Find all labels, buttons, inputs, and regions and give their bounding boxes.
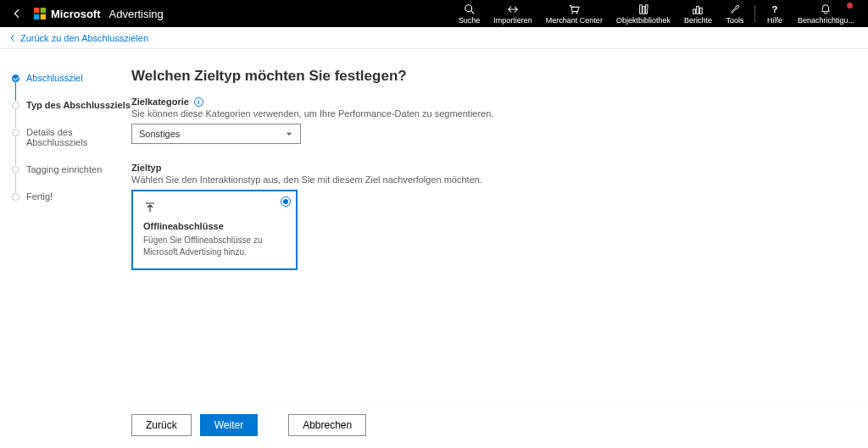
chevron-down-icon — [285, 130, 293, 138]
cart-icon — [568, 3, 580, 15]
zielkategorie-label: Zielkategorie — [131, 97, 189, 107]
svg-point-6 — [572, 12, 574, 14]
chevron-left-icon — [8, 34, 17, 42]
bell-icon — [820, 3, 832, 15]
reports-icon — [692, 3, 704, 15]
help-icon: ? — [769, 3, 781, 15]
brand-microsoft: Microsoft — [51, 8, 101, 20]
topbar: Microsoft Advertising Suche Importieren … — [0, 0, 868, 27]
step-tagging: Tagging einrichten — [12, 164, 131, 191]
topnav-berichte[interactable]: Berichte — [677, 0, 719, 27]
wizard-footer: Zurück Weiter Abbrechen — [131, 405, 868, 448]
step-typ-abschlussziels[interactable]: Typ des Abschlussziels — [12, 100, 131, 127]
divider — [754, 5, 755, 22]
svg-rect-8 — [693, 9, 696, 14]
zielkategorie-section: Zielkategorie i Sie können diese Kategor… — [131, 97, 851, 144]
svg-rect-2 — [34, 14, 39, 19]
zieltyp-card-offlineabschluesse[interactable]: Offlineabschlüsse Fügen Sie Offlineabsch… — [131, 190, 298, 270]
import-icon — [507, 3, 519, 15]
svg-point-7 — [576, 12, 578, 14]
svg-rect-0 — [34, 8, 39, 13]
step-details: Details des Abschlussziels — [12, 127, 131, 164]
wizard-sidebar: Abschlussziel Typ des Abschlussziels Det… — [0, 49, 131, 448]
topnav-objektbibliothek[interactable]: Objektbibliothek — [609, 0, 677, 27]
zieltyp-label: Zieltyp — [131, 163, 161, 173]
topnav-suche[interactable]: Suche — [452, 0, 487, 27]
cancel-button[interactable]: Abbrechen — [288, 414, 366, 436]
svg-line-5 — [470, 10, 474, 14]
main-content: Welchen Zieltyp möchten Sie festlegen? Z… — [131, 49, 868, 448]
zieltyp-desc: Wählen Sie den Interaktionstyp aus, den … — [131, 174, 851, 185]
next-button[interactable]: Weiter — [200, 414, 258, 436]
zielkategorie-select[interactable]: Sonstiges — [131, 124, 301, 144]
svg-rect-9 — [697, 6, 699, 14]
zieltyp-section: Zieltyp Wählen Sie den Interaktionstyp a… — [131, 163, 851, 270]
microsoft-logo-icon — [34, 8, 46, 19]
card-desc: Fügen Sie Offlineabschlüsse zu Microsoft… — [143, 235, 286, 258]
topnav-importieren[interactable]: Importieren — [487, 0, 539, 27]
step-fertig: Fertig! — [12, 191, 131, 202]
breadcrumb-bar: Zurück zu den Abschlusszielen — [0, 27, 868, 49]
brand-advertising: Advertising — [109, 8, 164, 20]
topnav-benachrichtigungen[interactable]: Benachrichtigu... — [791, 0, 861, 27]
topnav-hilfe[interactable]: ? Hilfe — [759, 0, 791, 27]
svg-point-4 — [465, 4, 471, 11]
back-button[interactable]: Zurück — [131, 414, 192, 436]
library-icon — [637, 3, 649, 15]
step-abschlussziel[interactable]: Abschlussziel — [12, 73, 131, 100]
card-title: Offlineabschlüsse — [143, 221, 286, 231]
topnav-merchant-center[interactable]: Merchant Center — [539, 0, 609, 27]
svg-rect-1 — [41, 8, 46, 13]
tools-icon — [729, 3, 741, 15]
offline-upload-icon — [143, 200, 286, 216]
back-arrow-button[interactable] — [7, 3, 27, 24]
radio-selected[interactable] — [281, 196, 291, 207]
breadcrumb-back-link[interactable]: Zurück zu den Abschlusszielen — [8, 33, 148, 43]
info-icon[interactable]: i — [194, 97, 203, 107]
svg-rect-3 — [41, 14, 46, 19]
brand-logo[interactable]: Microsoft Advertising — [34, 8, 164, 20]
zielkategorie-desc: Sie können diese Kategorien verwenden, u… — [131, 108, 851, 119]
svg-rect-10 — [700, 8, 703, 14]
topnav-tools[interactable]: Tools — [719, 0, 751, 27]
notification-dot — [847, 3, 853, 8]
svg-text:?: ? — [771, 4, 777, 14]
topbar-right: Suche Importieren Merchant Center Objekt… — [452, 0, 861, 27]
search-icon — [464, 3, 476, 15]
page-title: Welchen Zieltyp möchten Sie festlegen? — [131, 68, 851, 85]
